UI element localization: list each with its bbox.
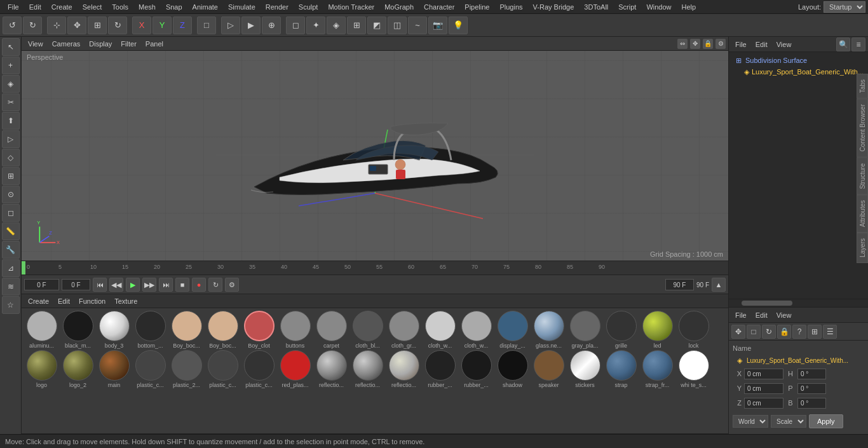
tree-item-boat[interactable]: ◈ Luxury_Sport_Boat_Generic_With... [742, 66, 865, 78]
tab-content-browser[interactable]: Content Browser [857, 98, 868, 157]
spline-tool[interactable]: ~ [408, 17, 427, 34]
render-view[interactable]: ▶ [241, 17, 261, 34]
material-item-30[interactable]: rubber_... [423, 350, 458, 388]
material-item-24[interactable]: plastic_c... [205, 350, 240, 388]
current-frame-input[interactable] [24, 279, 59, 290]
pb-record[interactable]: ● [192, 278, 206, 292]
menu-create[interactable]: Create [46, 2, 78, 12]
attr-list-icon[interactable]: ☰ [823, 325, 837, 339]
material-item-33[interactable]: speaker [531, 350, 566, 388]
menu-simulate[interactable]: Simulate [223, 2, 261, 12]
scale-tool[interactable]: ⊞ [88, 17, 107, 34]
mat-menu-texture[interactable]: Texture [111, 296, 141, 306]
pb-prev-frame[interactable]: ◀◀ [109, 278, 123, 292]
pb-stop[interactable]: ■ [175, 278, 189, 292]
world-dropdown[interactable]: World [733, 415, 768, 428]
x-axis-btn[interactable]: X [132, 17, 151, 34]
timeline-ruler[interactable]: 0 5 10 15 20 25 30 35 40 45 50 55 60 65 … [22, 261, 728, 275]
attr-protect-icon[interactable]: 🔒 [777, 325, 791, 339]
material-item-37[interactable]: whi te_s... [676, 350, 711, 388]
mat-menu-edit[interactable]: Edit [54, 296, 74, 306]
end-frame-input[interactable] [665, 279, 694, 290]
tab-tabs[interactable]: Tabs [857, 74, 868, 98]
rt-menu-view[interactable]: View [773, 39, 796, 50]
material-item-15[interactable]: gray_pla... [567, 311, 602, 349]
material-item-10[interactable]: cloth_gr... [386, 311, 421, 349]
bridge-tool[interactable]: ⊞ [2, 167, 20, 185]
attr-view[interactable]: View [773, 310, 796, 320]
start-frame-input[interactable] [62, 279, 90, 290]
tree-item-boat2[interactable]: ◈ Luxury_Sport_Boat_Generic_With... [733, 355, 864, 365]
light-tool[interactable]: ✦ [306, 17, 325, 34]
z-axis-btn[interactable]: Z [173, 17, 192, 34]
material-item-22[interactable]: plastic_c... [133, 350, 168, 388]
menu-mograph[interactable]: MoGraph [379, 2, 419, 12]
menu-snap[interactable]: Snap [161, 2, 187, 12]
menu-plugins[interactable]: Plugins [494, 2, 527, 12]
magnet-tool[interactable]: 🔧 [2, 241, 20, 259]
attr-grid-icon[interactable]: ⊞ [808, 325, 822, 339]
attr-move-icon[interactable]: ✥ [731, 325, 745, 339]
menu-3dtoall[interactable]: 3DToAll [579, 2, 613, 12]
brush-tool[interactable]: ⊿ [2, 259, 20, 277]
menu-animate[interactable]: Animate [187, 2, 223, 12]
pb-first-frame[interactable]: ⏮ [93, 278, 107, 292]
right-hscroll-thumb[interactable] [742, 301, 792, 306]
menu-vray[interactable]: V-Ray Bridge [528, 2, 580, 12]
layout-dropdown[interactable]: Startup [824, 1, 865, 13]
material-item-7[interactable]: buttons [278, 311, 313, 349]
hand-tool[interactable]: ☆ [2, 296, 20, 314]
bone-tool[interactable]: ◫ [388, 17, 407, 34]
tab-structure[interactable]: Structure [857, 158, 868, 195]
bevel-tool[interactable]: ◇ [2, 149, 20, 166]
rt-menu-edit[interactable]: Edit [752, 39, 771, 50]
material-item-0[interactable]: aluminu... [24, 311, 59, 349]
menu-character[interactable]: Character [419, 2, 459, 12]
pb-settings[interactable]: ⚙ [225, 278, 239, 292]
material-item-1[interactable]: black_m... [60, 311, 95, 349]
material-item-31[interactable]: rubber_... [459, 350, 494, 388]
arrow-tool[interactable]: ↖ [2, 38, 20, 56]
fill-tool[interactable]: ◻ [2, 204, 20, 222]
viewport-menu-display[interactable]: Display [85, 39, 116, 49]
material-item-25[interactable]: plastic_c... [241, 350, 276, 388]
knife-tool[interactable]: ✂ [2, 93, 20, 111]
material-item-26[interactable]: red_plas... [278, 350, 313, 388]
tree-item-subdivision[interactable]: ⊞ Subdivision Surface [731, 55, 865, 66]
viewport-icon-expand[interactable]: ⇔ [677, 39, 688, 49]
grid-toggle[interactable]: ⊞ [347, 17, 366, 34]
material-item-8[interactable]: carpet [314, 311, 349, 349]
menu-edit[interactable]: Edit [24, 2, 46, 12]
viewport-icon-lock[interactable]: 🔒 [703, 39, 713, 49]
attr-refresh-icon[interactable]: ↻ [762, 325, 776, 339]
menu-mesh[interactable]: Mesh [133, 2, 161, 12]
material-item-13[interactable]: display_... [495, 311, 530, 349]
material-item-3[interactable]: bottom_... [133, 311, 168, 349]
menu-select[interactable]: Select [78, 2, 107, 12]
select-tool[interactable]: ⊹ [47, 17, 66, 34]
material-item-9[interactable]: cloth_bl... [350, 311, 385, 349]
undo-button[interactable]: ↺ [3, 17, 22, 34]
material-item-36[interactable]: strap_fr... [640, 350, 675, 388]
material-item-35[interactable]: strap [604, 350, 639, 388]
material-item-29[interactable]: reflectio... [386, 350, 421, 388]
pb-loop[interactable]: ↻ [208, 278, 222, 292]
material-item-16[interactable]: grille [604, 311, 639, 349]
viewport-menu-cameras[interactable]: Cameras [48, 39, 85, 49]
attr-edit[interactable]: Edit [752, 310, 771, 320]
menu-render[interactable]: Render [261, 2, 294, 12]
camera-view[interactable]: 📷 [428, 17, 447, 34]
viewport-menu-panel[interactable]: Panel [142, 39, 167, 49]
viewport-menu-view[interactable]: View [24, 39, 47, 49]
light-btn[interactable]: 💡 [449, 17, 468, 34]
render-region[interactable]: ▷ [221, 17, 240, 34]
apply-button[interactable]: Apply [809, 414, 843, 428]
menu-tools[interactable]: Tools [107, 2, 133, 12]
material-item-6[interactable]: Boy_clot [241, 311, 276, 349]
pb-last-frame[interactable]: ⏭ [159, 278, 173, 292]
material-item-17[interactable]: led [640, 311, 675, 349]
scale-dropdown[interactable]: Scale [771, 415, 806, 428]
material-item-28[interactable]: reflectio... [350, 350, 385, 388]
b-input[interactable] [797, 398, 826, 409]
material-item-19[interactable]: logo [24, 350, 59, 388]
